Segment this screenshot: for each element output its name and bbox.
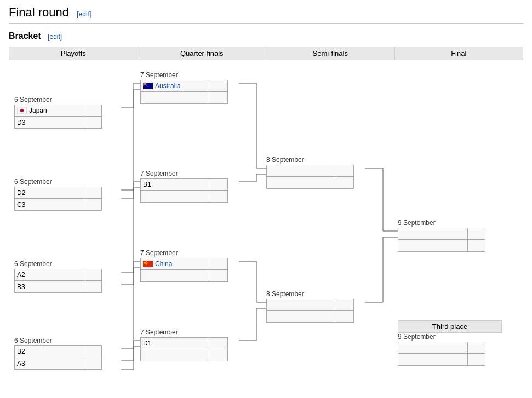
match-third: 9 September (398, 333, 485, 366)
qf4-date: 7 September (140, 328, 228, 336)
match-sf2: 8 September (266, 290, 354, 323)
col-qf-header: Quarter-finals (138, 47, 266, 60)
qf3-team1-name: China (155, 260, 208, 268)
third-team2-score (467, 354, 483, 365)
match-qf2: 7 September B1 (140, 170, 228, 203)
third-team1-score (467, 342, 483, 353)
qf2-team2-score (210, 191, 225, 202)
final-team2 (398, 240, 485, 252)
qf2-team1-name: B1 (143, 181, 208, 188)
po2-team1-name: D2 (17, 189, 82, 197)
au-flag-icon (143, 83, 153, 89)
match-po2: 6 September D2 C3 (14, 178, 102, 211)
final-team1-score (467, 228, 483, 239)
sf2-team2-score (336, 311, 351, 322)
po3-team1-name: A2 (17, 271, 82, 279)
sf1-date: 8 September (266, 156, 354, 164)
svg-point-1 (20, 109, 24, 112)
match-final: 9 September (398, 219, 485, 252)
sf1-team1-score (336, 165, 351, 176)
final-team2-score (467, 240, 483, 251)
section-edit-link[interactable]: [edit] (48, 33, 62, 41)
sf2-team1 (266, 299, 354, 311)
match-po1: 6 September Japan D3 (14, 96, 102, 129)
final-team1 (398, 228, 485, 240)
sf1-team2 (266, 177, 354, 189)
qf4-team2 (140, 349, 228, 361)
qf4-team1: D1 (140, 337, 228, 349)
match-po3: 6 September A2 B3 (14, 260, 102, 293)
po2-team2-score (84, 199, 99, 210)
po4-team2-name: A3 (17, 360, 82, 367)
page-title: Final round [edit] (9, 5, 523, 24)
po3-team1: A2 (14, 269, 102, 281)
cn-flag-icon (143, 261, 153, 267)
po1-team2-score (84, 117, 99, 128)
match-qf4: 7 September D1 (140, 328, 228, 361)
col-playoffs-header: Playoffs (9, 47, 138, 60)
final-date: 9 September (398, 219, 485, 227)
col-sf-header: Semi-finals (266, 47, 395, 60)
sf1-team1 (266, 165, 354, 177)
qf1-team1-score (210, 80, 225, 91)
third-team2 (398, 354, 485, 366)
qf3-team1: China (140, 258, 228, 270)
sf2-date: 8 September (266, 290, 354, 298)
svg-rect-10 (143, 261, 153, 267)
sf1-team2-score (336, 177, 351, 188)
match-qf3: 7 September China (140, 249, 228, 282)
qf3-date: 7 September (140, 249, 228, 257)
third-team1 (398, 342, 485, 354)
qf1-date: 7 September (140, 71, 228, 79)
sf2-team1-score (336, 299, 351, 310)
po3-date: 6 September (14, 260, 102, 268)
qf2-team2 (140, 191, 228, 203)
bracket-header: Playoffs Quarter-finals Semi-finals Fina… (9, 47, 523, 60)
third-place-label: Third place (398, 320, 502, 333)
qf1-team2 (140, 92, 228, 104)
po2-team1: D2 (14, 187, 102, 199)
po3-team2-name: B3 (17, 283, 82, 291)
qf1-team1-name: Australia (155, 82, 208, 90)
bracket-area: 6 September Japan D3 6 September D2 C3 6… (9, 60, 523, 378)
po3-team2-score (84, 281, 99, 292)
po2-team2: C3 (14, 199, 102, 211)
po1-team1: Japan (14, 105, 102, 117)
qf3-team1-score (210, 258, 225, 269)
jp-flag-icon (17, 107, 27, 114)
po1-team2: D3 (14, 117, 102, 129)
po2-team1-score (84, 187, 99, 198)
po4-team1: B2 (14, 345, 102, 357)
section-title: Bracket [edit] (9, 31, 523, 41)
qf4-team2-score (210, 349, 225, 361)
qf1-team1: Australia (140, 80, 228, 92)
po4-date: 6 September (14, 337, 102, 344)
third-date: 9 September (398, 333, 485, 341)
po2-team2-name: C3 (17, 201, 82, 209)
po4-team1-score (84, 346, 99, 357)
col-final-header: Final (394, 47, 523, 60)
qf4-team1-name: D1 (143, 339, 208, 347)
qf2-date: 7 September (140, 170, 228, 177)
qf4-team1-score (210, 338, 225, 349)
po4-team1-name: B2 (17, 348, 82, 355)
match-sf1: 8 September (266, 156, 354, 189)
qf1-team2-score (210, 92, 225, 103)
match-qf1: 7 September Australia (140, 71, 228, 104)
po1-team1-name: Japan (29, 107, 82, 114)
qf3-team2 (140, 270, 228, 282)
sf2-team2 (266, 311, 354, 323)
qf2-team1: B1 (140, 178, 228, 191)
po2-date: 6 September (14, 178, 102, 186)
page-title-edit-link[interactable]: [edit] (77, 10, 91, 18)
po1-date: 6 September (14, 96, 102, 103)
po4-team2: A3 (14, 357, 102, 370)
po3-team2: B3 (14, 281, 102, 293)
qf2-team1-score (210, 179, 225, 190)
po4-team2-score (84, 357, 99, 369)
po1-team2-name: D3 (17, 119, 82, 126)
match-po4: 6 September B2 A3 (14, 337, 102, 370)
po3-team1-score (84, 269, 99, 280)
po1-team1-score (84, 105, 99, 116)
qf3-team2-score (210, 270, 225, 281)
